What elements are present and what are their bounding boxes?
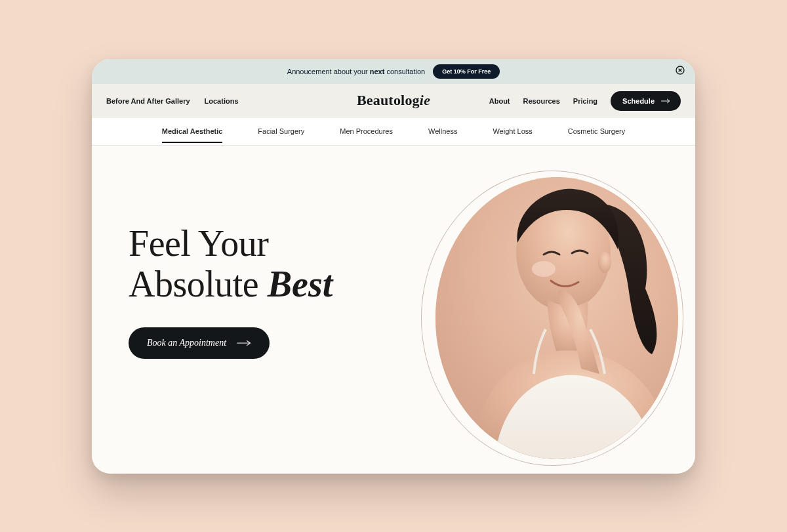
arrow-right-icon: [237, 339, 251, 347]
svg-point-8: [532, 261, 555, 277]
announcement-cta-pill[interactable]: Get 10% For Free: [433, 64, 500, 79]
schedule-label: Schedule: [622, 97, 655, 105]
hero-image-wrapper: [421, 171, 683, 466]
announcement-pill-label: Get 10% For Free: [442, 68, 491, 75]
announcement-close-button[interactable]: [674, 66, 686, 77]
subnav-item-medical-aesthetic[interactable]: Medical Aesthetic: [162, 119, 223, 143]
announcement-suffix: consultation: [384, 68, 425, 75]
hero-image: [435, 177, 678, 459]
brand-logo[interactable]: Beautologie: [357, 92, 430, 109]
announcement-bold: next: [370, 68, 385, 75]
brand-text-italic: ie: [420, 92, 430, 108]
svg-point-7: [598, 252, 611, 273]
schedule-button[interactable]: Schedule: [611, 91, 681, 111]
nav-link-about[interactable]: About: [489, 97, 510, 105]
announcement-prefix: Annoucement about your: [287, 68, 370, 75]
hero-line-1: Feel Your: [129, 223, 268, 264]
announcement-text: Annoucement about your next consultation: [287, 68, 425, 75]
nav-link-gallery[interactable]: Before And After Gallery: [106, 97, 190, 105]
subnav-item-cosmetic-surgery[interactable]: Cosmetic Surgery: [568, 119, 625, 143]
subnav: Medical Aesthetic Facial Surgery Men Pro…: [92, 118, 695, 146]
arrow-right-icon: [661, 98, 670, 104]
close-icon: [675, 65, 685, 78]
nav-link-resources[interactable]: Resources: [523, 97, 560, 105]
announcement-bar: Annoucement about your next consultation…: [92, 59, 695, 84]
header-right-links: About Resources Pricing Schedule: [489, 91, 681, 111]
header-left-links: Before And After Gallery Locations: [106, 97, 239, 105]
subnav-item-men-procedures[interactable]: Men Procedures: [340, 119, 393, 143]
hero-heading: Feel Your Absolute Best: [129, 223, 470, 305]
hero-content: Feel Your Absolute Best Book an Appointm…: [129, 223, 470, 359]
header: Before And After Gallery Locations Beaut…: [92, 84, 695, 118]
cta-label: Book an Appointment: [147, 338, 226, 348]
subnav-item-weight-loss[interactable]: Weight Loss: [493, 119, 532, 143]
brand-text-plain: Beautolog: [357, 92, 420, 108]
hero-line-2-plain: Absolute: [129, 264, 268, 304]
subnav-item-facial-surgery[interactable]: Facial Surgery: [258, 119, 304, 143]
hero-section: Feel Your Absolute Best Book an Appointm…: [92, 146, 695, 474]
nav-link-pricing[interactable]: Pricing: [573, 97, 597, 105]
hero-line-2-emph: Best: [268, 264, 333, 304]
nav-link-locations[interactable]: Locations: [205, 97, 239, 105]
device-frame: Annoucement about your next consultation…: [92, 59, 695, 474]
subnav-item-wellness[interactable]: Wellness: [428, 119, 457, 143]
book-appointment-button[interactable]: Book an Appointment: [129, 327, 270, 359]
